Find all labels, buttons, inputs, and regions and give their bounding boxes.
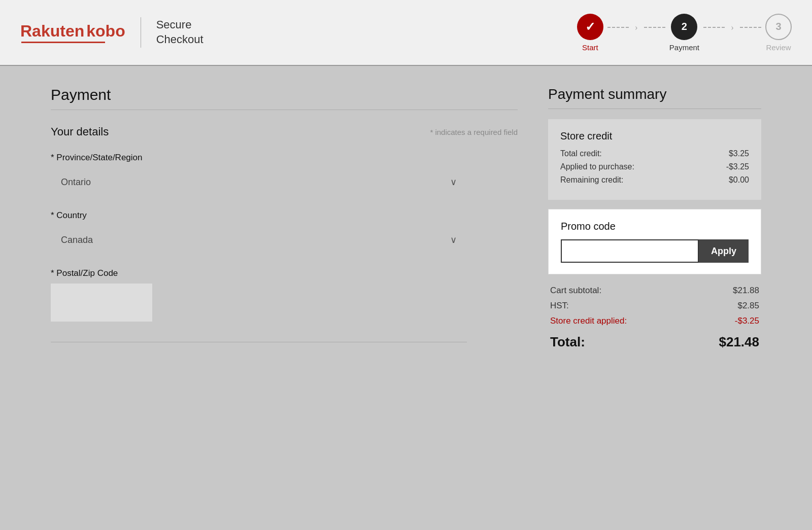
step-payment-number: 2 bbox=[682, 21, 687, 32]
promo-title: Promo code bbox=[561, 221, 749, 232]
left-panel: Payment Your details * indicates a requi… bbox=[51, 86, 548, 350]
step-review-label: Review bbox=[766, 43, 791, 52]
logo[interactable]: Rakuten kobo bbox=[20, 22, 125, 43]
total-label: Total: bbox=[550, 334, 585, 350]
required-field-note: * indicates a required field bbox=[430, 128, 518, 136]
promo-box: Promo code Apply bbox=[548, 209, 761, 274]
hst-row: HST: $2.85 bbox=[550, 301, 759, 311]
step-review-circle: 3 bbox=[765, 14, 792, 40]
logo-kobo: kobo bbox=[86, 22, 125, 40]
store-credit-title: Store credit bbox=[560, 130, 749, 142]
summary-rows: Cart subtotal: $21.88 HST: $2.85 Store c… bbox=[548, 286, 761, 350]
store-credit-applied-row: Store credit applied: -$3.25 bbox=[550, 316, 759, 326]
payment-divider bbox=[51, 110, 518, 110]
step-dots-1 bbox=[607, 27, 629, 38]
summary-divider bbox=[548, 109, 761, 109]
cart-subtotal-label: Cart subtotal: bbox=[550, 286, 601, 296]
right-panel: Payment summary Store credit Total credi… bbox=[548, 86, 761, 350]
cart-subtotal-row: Cart subtotal: $21.88 bbox=[550, 286, 759, 296]
credit-row-remaining: Remaining credit: $0.00 bbox=[560, 175, 749, 185]
credit-applied-value: -$3.25 bbox=[726, 162, 749, 171]
hst-value: $2.85 bbox=[737, 301, 759, 311]
promo-code-input[interactable] bbox=[561, 239, 699, 263]
your-details-row: Your details * indicates a required fiel… bbox=[51, 125, 518, 138]
step-start: ✓ Start bbox=[577, 14, 603, 52]
checkmark-icon: ✓ bbox=[585, 20, 595, 34]
step-dots-2 bbox=[644, 27, 665, 38]
country-select[interactable]: Canada United States United Kingdom bbox=[51, 226, 467, 254]
province-select-wrapper[interactable]: Ontario Quebec British Columbia Alberta … bbox=[51, 168, 467, 196]
total-value: $21.48 bbox=[719, 334, 759, 350]
province-field-group: * Province/State/Region Ontario Quebec B… bbox=[51, 153, 518, 196]
step-arrow-2: › bbox=[731, 22, 734, 43]
credit-row-total: Total credit: $3.25 bbox=[560, 149, 749, 158]
summary-title: Payment summary bbox=[548, 86, 761, 102]
credit-remaining-label: Remaining credit: bbox=[560, 175, 624, 185]
apply-button[interactable]: Apply bbox=[699, 239, 749, 263]
logo-rakuten: Rakuten bbox=[20, 22, 84, 40]
store-credit-box: Store credit Total credit: $3.25 Applied… bbox=[548, 119, 761, 200]
step-review-number: 3 bbox=[775, 21, 781, 32]
your-details-label: Your details bbox=[51, 125, 109, 138]
postal-field-group: * Postal/Zip Code bbox=[51, 268, 518, 322]
country-label: * Country bbox=[51, 210, 518, 221]
step-arrow-1: › bbox=[635, 22, 638, 43]
country-field-group: * Country Canada United States United Ki… bbox=[51, 210, 518, 254]
promo-input-row: Apply bbox=[561, 239, 749, 263]
step-review: 3 Review bbox=[765, 14, 792, 52]
hst-label: HST: bbox=[550, 301, 569, 311]
page-header: Rakuten kobo Secure Checkout ✓ Start › 2 bbox=[0, 0, 812, 66]
postal-label: * Postal/Zip Code bbox=[51, 268, 518, 278]
step-dots-4 bbox=[740, 27, 761, 38]
checkout-steps: ✓ Start › 2 Payment › 3 bbox=[577, 14, 792, 52]
step-start-label: Start bbox=[582, 43, 598, 52]
credit-applied-label: Applied to purchase: bbox=[560, 162, 634, 171]
total-row: Total: $21.48 bbox=[550, 334, 759, 350]
store-credit-applied-label: Store credit applied: bbox=[550, 316, 627, 326]
step-payment-label: Payment bbox=[669, 43, 699, 52]
postal-input[interactable] bbox=[51, 284, 152, 322]
header-divider bbox=[141, 17, 141, 48]
store-credit-applied-value: -$3.25 bbox=[735, 316, 759, 326]
main-content: Payment Your details * indicates a requi… bbox=[25, 66, 787, 370]
credit-row-applied: Applied to purchase: -$3.25 bbox=[560, 162, 749, 171]
country-select-wrapper[interactable]: Canada United States United Kingdom ∨ bbox=[51, 226, 467, 254]
province-label: * Province/State/Region bbox=[51, 153, 518, 163]
step-payment: 2 Payment bbox=[669, 14, 699, 52]
cart-subtotal-value: $21.88 bbox=[733, 286, 759, 296]
credit-total-label: Total credit: bbox=[560, 149, 602, 158]
step-payment-circle: 2 bbox=[671, 14, 697, 40]
bottom-divider bbox=[51, 342, 467, 342]
credit-remaining-value: $0.00 bbox=[729, 175, 749, 185]
secure-checkout-label: Secure Checkout bbox=[156, 18, 204, 47]
payment-title: Payment bbox=[51, 86, 518, 103]
step-start-circle: ✓ bbox=[577, 14, 603, 40]
province-select[interactable]: Ontario Quebec British Columbia Alberta bbox=[51, 168, 467, 196]
credit-total-value: $3.25 bbox=[729, 149, 749, 158]
step-dots-3 bbox=[703, 27, 725, 38]
